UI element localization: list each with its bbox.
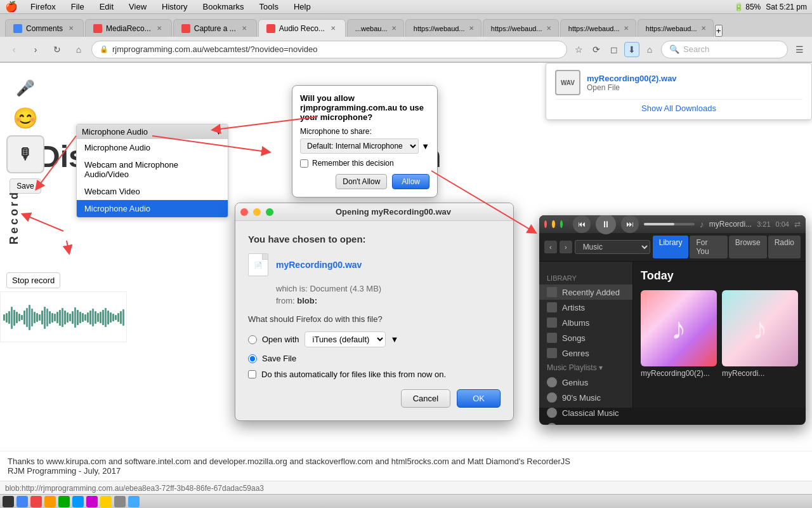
- itunes-forward-button[interactable]: ›: [560, 241, 572, 253]
- itunes-tab-browse[interactable]: Browse: [729, 236, 767, 258]
- record-button[interactable]: 🎙: [6, 135, 44, 173]
- sidebar-genius[interactable]: Genius: [539, 375, 632, 390]
- dock-icon-safari[interactable]: [16, 496, 28, 507]
- itunes-tab-foryou[interactable]: For You: [690, 236, 727, 258]
- open-with-radio[interactable]: [248, 335, 257, 344]
- allow-button[interactable]: Allow: [392, 174, 429, 189]
- dialog-minimize-button[interactable]: [253, 208, 261, 216]
- tab-close-webaud1[interactable]: ✕: [391, 24, 396, 33]
- footer-link4[interactable]: stackoverflow.com: [306, 457, 373, 466]
- volume-slider[interactable]: [644, 223, 695, 225]
- itunes-close-button[interactable]: [544, 220, 547, 228]
- menu-view[interactable]: View: [126, 2, 149, 11]
- menu-file[interactable]: File: [69, 2, 87, 11]
- album-card-1[interactable]: ♪ myRecordi...: [722, 290, 798, 378]
- sync-icon[interactable]: ⟳: [589, 42, 604, 57]
- dropdown-option-webcam-mic[interactable]: Webcam and Microphone Audio/Video: [77, 156, 228, 183]
- tab-capture[interactable]: Capture a ... ✕: [173, 19, 257, 37]
- tab-close-audiorec[interactable]: ✕: [329, 24, 337, 33]
- tab-close-capture[interactable]: ✕: [240, 24, 249, 33]
- stop-record-button[interactable]: Stop record: [6, 272, 60, 288]
- tab-comments[interactable]: Comments ✕: [5, 19, 84, 37]
- back-button[interactable]: ‹: [5, 41, 23, 58]
- home-nav-icon[interactable]: ⌂: [642, 42, 657, 57]
- footer-link6[interactable]: Matt Diamond's RecorderJS: [468, 457, 570, 466]
- footer-link1[interactable]: www.kirupa.com: [46, 457, 107, 466]
- sidebar-albums[interactable]: Albums: [539, 315, 632, 330]
- dropdown-option-mic[interactable]: Microphone Audio: [77, 139, 228, 156]
- dock-icon-itunes[interactable]: [128, 496, 140, 507]
- permission-remember-checkbox[interactable]: [300, 159, 308, 168]
- reload-button[interactable]: ↻: [48, 41, 66, 58]
- open-with-select[interactable]: iTunes (default): [304, 331, 386, 347]
- new-tab-button[interactable]: +: [715, 25, 723, 37]
- sidebar-toprated[interactable]: My Top Rated: [539, 420, 632, 425]
- sidebar-artists[interactable]: Artists: [539, 300, 632, 315]
- tab-webaud4[interactable]: https://webaud... ✕: [560, 19, 636, 37]
- itunes-maximize-button[interactable]: [560, 220, 563, 228]
- tab-audiorec[interactable]: Audio Reco... ✕: [258, 19, 346, 37]
- menu-firefox[interactable]: Firefox: [28, 2, 58, 11]
- url-bar[interactable]: 🔒 rjmprogramming.com.au/webcamtest/?novi…: [91, 41, 567, 58]
- itunes-tab-library[interactable]: Library: [653, 236, 689, 258]
- dont-allow-button[interactable]: Don't Allow: [336, 174, 387, 189]
- itunes-tab-radio[interactable]: Radio: [768, 236, 801, 258]
- itunes-next-button[interactable]: ⏭: [621, 215, 639, 233]
- apple-menu[interactable]: 🍎: [5, 1, 18, 13]
- itunes-prev-button[interactable]: ⏮: [573, 215, 591, 233]
- menu-tools[interactable]: Tools: [257, 2, 281, 11]
- tab-webaud1[interactable]: ...webau... ✕: [347, 19, 404, 37]
- pocket-icon[interactable]: ◻: [606, 42, 622, 57]
- itunes-back-button[interactable]: ‹: [544, 241, 557, 253]
- dock-icon-3[interactable]: [44, 496, 56, 507]
- footer-link2[interactable]: software.intel.com: [124, 457, 191, 466]
- sidebar-playlists-dropdown[interactable]: Music Playlists ▾: [539, 361, 632, 375]
- dock-icon-finder[interactable]: [3, 496, 14, 507]
- save-file-radio[interactable]: [248, 354, 257, 363]
- sidebar-genres[interactable]: Genres: [539, 345, 632, 361]
- dialog-close-button[interactable]: [240, 208, 248, 216]
- forward-button[interactable]: ›: [27, 41, 44, 58]
- itunes-pause-button[interactable]: ⏸: [596, 215, 616, 234]
- menu-icon[interactable]: ☰: [792, 42, 807, 57]
- show-all-downloads-link[interactable]: Show All Downloads: [555, 99, 802, 113]
- itunes-shuffle-icon[interactable]: ⇄: [794, 220, 801, 229]
- tab-close-comments[interactable]: ✕: [67, 24, 75, 33]
- tab-close-webaud3[interactable]: ✕: [546, 24, 551, 33]
- tab-mediarec[interactable]: MediaReco... ✕: [85, 19, 172, 37]
- audio-type-dropdown[interactable]: Microphone Audio ▼ Microphone Audio Webc…: [76, 124, 228, 218]
- tab-close-webaud5[interactable]: ✕: [701, 24, 706, 33]
- permission-mic-select[interactable]: Default: Internal Microphone: [300, 138, 419, 154]
- file-dialog-cancel[interactable]: Cancel: [401, 389, 450, 408]
- tab-close-webaud4[interactable]: ✕: [624, 24, 629, 33]
- download-filename[interactable]: myRecording00(2).wav: [587, 74, 677, 83]
- footer-link5[interactable]: html5rocks.com: [391, 457, 449, 466]
- download-icon[interactable]: ⬇: [624, 42, 639, 57]
- dialog-maximize-button[interactable]: [266, 208, 273, 216]
- menu-bookmarks[interactable]: Bookmarks: [200, 2, 247, 11]
- sidebar-songs[interactable]: Songs: [539, 330, 632, 345]
- home-button[interactable]: ⌂: [70, 41, 88, 58]
- dock-icon-6[interactable]: [86, 496, 98, 507]
- file-dialog-ok[interactable]: OK: [457, 389, 501, 408]
- sidebar-90s[interactable]: 90's Music: [539, 390, 632, 405]
- tab-webaud3[interactable]: https://webaud... ✕: [483, 19, 559, 37]
- dropdown-option-mic-selected[interactable]: Microphone Audio: [77, 200, 228, 217]
- tab-close-webaud2[interactable]: ✕: [469, 24, 474, 33]
- footer-link3[interactable]: developer.mozilla.org: [209, 457, 287, 466]
- album-card-0[interactable]: ♪ myRecording00(2)...: [641, 290, 717, 378]
- tab-webaud2[interactable]: https://webaud... ✕: [405, 19, 481, 37]
- dock-icon-4[interactable]: [58, 496, 70, 507]
- auto-checkbox[interactable]: [248, 370, 256, 378]
- sidebar-classical[interactable]: Classical Music: [539, 405, 632, 420]
- menu-edit[interactable]: Edit: [97, 2, 116, 11]
- dropdown-option-webcam[interactable]: Webcam Video: [77, 183, 228, 200]
- dock-icon-8[interactable]: [114, 496, 126, 507]
- menu-history[interactable]: History: [159, 2, 190, 11]
- tab-close-mediarec[interactable]: ✕: [155, 24, 164, 33]
- itunes-minimize-button[interactable]: [552, 220, 554, 228]
- menu-help[interactable]: Help: [291, 2, 313, 11]
- dock-icon-7[interactable]: [100, 496, 112, 507]
- download-action[interactable]: Open File: [587, 83, 677, 92]
- tab-webaud5[interactable]: https://webaud... ✕: [638, 19, 714, 37]
